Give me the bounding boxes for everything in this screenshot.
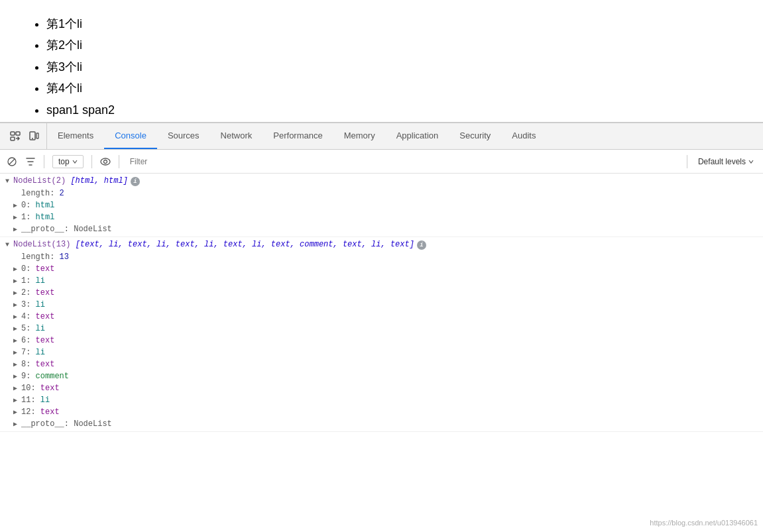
arrow-4-text[interactable] bbox=[13, 313, 21, 321]
length-value-1: 2 bbox=[60, 189, 64, 198]
length-label-1: length: bbox=[21, 189, 60, 198]
arrow-1-li[interactable] bbox=[13, 277, 21, 285]
proto-label-2: __proto__: NodeList bbox=[21, 419, 112, 429]
val-7: li bbox=[36, 348, 45, 357]
item-5-li[interactable]: 5: li bbox=[0, 323, 763, 335]
nodelist-13-items: [text, li, text, li, text, li, text, li,… bbox=[76, 240, 414, 249]
toolbar-divider bbox=[44, 155, 44, 168]
tab-console[interactable]: Console bbox=[104, 123, 157, 149]
item-index-0: 0: bbox=[21, 201, 36, 210]
item-9-comment[interactable]: 9: comment bbox=[0, 370, 763, 382]
item-10-text[interactable]: 10: text bbox=[0, 382, 763, 394]
item-6-text[interactable]: 6: text bbox=[0, 335, 763, 346]
svg-point-9 bbox=[103, 160, 107, 163]
filter-input[interactable] bbox=[125, 157, 681, 166]
arrow-0-html[interactable] bbox=[13, 201, 21, 209]
nodelist-13-length-row[interactable]: length: 13 bbox=[0, 251, 763, 263]
arrow-9-comment[interactable] bbox=[13, 372, 21, 380]
val-11: li bbox=[40, 396, 50, 405]
arrow-11-li[interactable] bbox=[13, 396, 21, 404]
tab-network[interactable]: Network bbox=[210, 123, 263, 149]
item-8-text[interactable]: 8: text bbox=[0, 358, 763, 370]
nodelist-2-items: [html, html] bbox=[70, 176, 127, 186]
context-selector[interactable]: top bbox=[52, 155, 84, 168]
item-12-text[interactable]: 12: text bbox=[0, 406, 763, 418]
idx-12: 12: bbox=[21, 407, 40, 417]
device-icon[interactable] bbox=[27, 129, 41, 144]
val-0: text bbox=[36, 264, 55, 274]
item-4-text[interactable]: 4: text bbox=[0, 311, 763, 323]
toolbar-divider2 bbox=[91, 155, 92, 168]
svg-rect-2 bbox=[11, 137, 15, 140]
filter-toggle-button[interactable] bbox=[23, 154, 38, 170]
svg-point-8 bbox=[101, 158, 110, 165]
toolbar-divider3 bbox=[119, 155, 119, 168]
nodelist-2-item-1-row[interactable]: 1: html bbox=[0, 211, 763, 223]
inspect-icon[interactable] bbox=[8, 129, 23, 144]
idx-4: 4: bbox=[21, 312, 36, 321]
arrow-proto-1[interactable] bbox=[13, 225, 21, 233]
val-2: text bbox=[36, 288, 55, 297]
nodelist-2-item-0-row[interactable]: 0: html bbox=[0, 199, 763, 211]
tab-security[interactable]: Security bbox=[449, 123, 501, 149]
default-levels-label: Default levels bbox=[698, 157, 746, 166]
default-levels-selector[interactable]: Default levels bbox=[693, 157, 759, 166]
arrow-7-li[interactable] bbox=[13, 348, 21, 356]
tab-memory[interactable]: Memory bbox=[333, 123, 386, 149]
nodelist-2-header-row[interactable]: NodeList(2) [html, html] i bbox=[0, 175, 763, 187]
tab-performance[interactable]: Performance bbox=[263, 123, 333, 149]
arrow-12-text[interactable] bbox=[13, 408, 21, 416]
val-9: comment bbox=[36, 372, 69, 381]
tab-elements[interactable]: Elements bbox=[47, 123, 104, 149]
item-3-li[interactable]: 3: li bbox=[0, 299, 763, 311]
info-icon-2[interactable]: i bbox=[417, 240, 426, 250]
arrow-6-text[interactable] bbox=[13, 337, 21, 345]
eye-button[interactable] bbox=[97, 154, 113, 170]
arrow-3-li[interactable] bbox=[13, 301, 21, 309]
nodelist-2-entry: NodeList(2) [html, html] i length: 2 0: … bbox=[0, 174, 763, 237]
idx-6: 6: bbox=[21, 336, 36, 345]
nodelist-13-proto-row[interactable]: __proto__: NodeList bbox=[0, 418, 763, 430]
item-index-1: 1: bbox=[21, 213, 36, 222]
arrow-8-text[interactable] bbox=[13, 360, 21, 368]
nodelist-13-header-row[interactable]: NodeList(13) [text, li, text, li, text, … bbox=[0, 239, 763, 251]
nodelist-2-proto-row[interactable]: __proto__: NodeList bbox=[0, 223, 763, 235]
svg-line-7 bbox=[9, 159, 15, 164]
info-icon-1[interactable]: i bbox=[131, 177, 140, 186]
item-11-li[interactable]: 11: li bbox=[0, 394, 763, 406]
nodelist-2-length-row[interactable]: length: 2 bbox=[0, 187, 763, 199]
watermark: https://blog.csdn.net/u013946061 bbox=[650, 519, 758, 527]
context-value: top bbox=[58, 157, 70, 166]
expand-arrow-nodelist13[interactable] bbox=[5, 241, 13, 248]
list-item: span1 span2 bbox=[46, 99, 736, 121]
arrow-5-li[interactable] bbox=[13, 325, 21, 333]
tab-application[interactable]: Application bbox=[386, 123, 449, 149]
idx-2: 2: bbox=[21, 288, 36, 297]
clear-console-button[interactable] bbox=[4, 154, 20, 170]
arrow-0-text[interactable] bbox=[13, 265, 21, 273]
item-2-text[interactable]: 2: text bbox=[0, 287, 763, 299]
item-1-li[interactable]: 1: li bbox=[0, 275, 763, 287]
svg-rect-4 bbox=[36, 133, 38, 138]
list-item: 第3个li bbox=[46, 56, 736, 78]
arrow-2-text[interactable] bbox=[13, 289, 21, 297]
idx-8: 8: bbox=[21, 360, 36, 369]
proto-label-1: __proto__: NodeList bbox=[21, 225, 112, 234]
length-label-2: length: bbox=[21, 252, 60, 262]
item-7-li[interactable]: 7: li bbox=[0, 346, 763, 358]
idx-3: 3: bbox=[21, 300, 36, 309]
item-value-0: html bbox=[36, 201, 55, 210]
tab-sources[interactable]: Sources bbox=[157, 123, 210, 149]
tab-audits[interactable]: Audits bbox=[501, 123, 546, 149]
val-8: text bbox=[36, 360, 55, 369]
idx-1: 1: bbox=[21, 276, 36, 286]
nodelist-13-entry: NodeList(13) [text, li, text, li, text, … bbox=[0, 237, 763, 432]
expand-arrow-nodelist2[interactable] bbox=[5, 178, 13, 185]
list-item: 第2个li bbox=[46, 34, 736, 56]
arrow-1-html[interactable] bbox=[13, 213, 21, 221]
item-0-text[interactable]: 0: text bbox=[0, 263, 763, 275]
toolbar-divider4 bbox=[687, 155, 687, 168]
arrow-proto-2[interactable] bbox=[13, 420, 21, 428]
val-6: text bbox=[36, 336, 55, 345]
arrow-10-text[interactable] bbox=[13, 384, 21, 392]
